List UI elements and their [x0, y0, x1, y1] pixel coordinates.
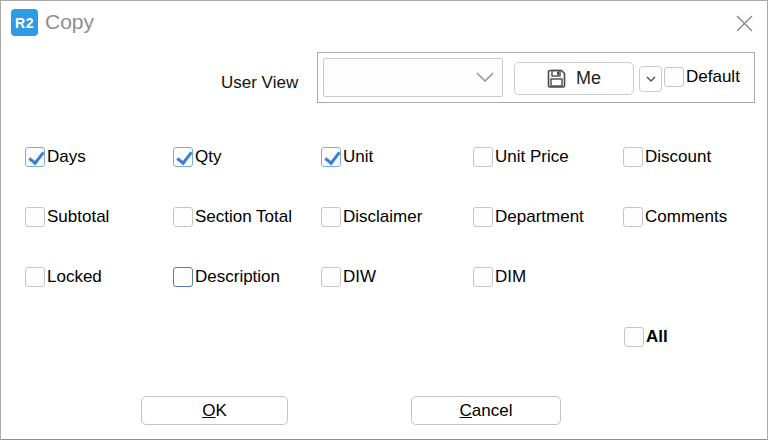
checkbox-item-unit: Unit: [321, 146, 373, 168]
checkbox-unit[interactable]: [321, 147, 341, 167]
checkbox-label-discount: Discount: [645, 147, 711, 167]
checkbox-item-description: Description: [173, 266, 280, 288]
default-checkbox-label: Default: [686, 67, 740, 87]
checkbox-item-comments: Comments: [623, 206, 727, 228]
user-view-group: Me Default: [317, 52, 755, 103]
chevron-down-icon: [476, 72, 494, 83]
save-floppy-icon: [547, 69, 566, 88]
checkbox-label-comments: Comments: [645, 207, 727, 227]
checkbox-item-dim: DIM: [473, 266, 526, 288]
r2-app-icon: R2: [11, 9, 38, 36]
default-checkbox-item: Default: [664, 67, 740, 87]
user-view-dropdown[interactable]: [323, 58, 503, 97]
checkbox-item-diw: DIW: [321, 266, 376, 288]
checkbox-label-section-total: Section Total: [195, 207, 292, 227]
checkbox-label-department: Department: [495, 207, 584, 227]
checkbox-label-unit-price: Unit Price: [495, 147, 569, 167]
checkbox-item-section-total: Section Total: [173, 206, 292, 228]
checkbox-dim[interactable]: [473, 267, 493, 287]
all-checkbox[interactable]: [624, 327, 644, 347]
cancel-button[interactable]: Cancel: [411, 396, 561, 425]
checkbox-label-locked: Locked: [47, 267, 102, 287]
checkbox-item-locked: Locked: [25, 266, 102, 288]
checkbox-section-total[interactable]: [173, 207, 193, 227]
save-me-button-label: Me: [576, 68, 601, 89]
checkbox-disclaimer[interactable]: [321, 207, 341, 227]
checkbox-description[interactable]: [173, 267, 193, 287]
checkbox-item-unit-price: Unit Price: [473, 146, 569, 168]
ok-button-label: OK: [202, 401, 227, 421]
checkbox-label-unit: Unit: [343, 147, 373, 167]
checkbox-item-qty: Qty: [173, 146, 221, 168]
checkbox-department[interactable]: [473, 207, 493, 227]
close-icon: [735, 14, 754, 33]
save-me-button[interactable]: Me: [514, 62, 634, 95]
checkbox-label-qty: Qty: [195, 147, 221, 167]
checkbox-discount[interactable]: [623, 147, 643, 167]
checkbox-label-subtotal: Subtotal: [47, 207, 109, 227]
checkbox-label-diw: DIW: [343, 267, 376, 287]
checkbox-days[interactable]: [25, 147, 45, 167]
checkbox-item-days: Days: [25, 146, 86, 168]
all-checkbox-item: All: [624, 326, 668, 348]
checkbox-qty[interactable]: [173, 147, 193, 167]
checkbox-item-department: Department: [473, 206, 584, 228]
checkbox-item-subtotal: Subtotal: [25, 206, 109, 228]
checkbox-diw[interactable]: [321, 267, 341, 287]
copy-dialog: R2 Copy User View: [0, 0, 768, 440]
default-checkbox[interactable]: [664, 67, 684, 87]
checkbox-unit-price[interactable]: [473, 147, 493, 167]
checkbox-label-dim: DIM: [495, 267, 526, 287]
user-view-label: User View: [221, 73, 298, 93]
cancel-button-label: Cancel: [460, 401, 513, 421]
checkbox-comments[interactable]: [623, 207, 643, 227]
checkbox-label-description: Description: [195, 267, 280, 287]
checkbox-locked[interactable]: [25, 267, 45, 287]
close-button[interactable]: [731, 10, 757, 36]
title-bar: R2 Copy: [1, 1, 767, 45]
all-checkbox-label: All: [646, 327, 668, 347]
checkbox-item-disclaimer: Disclaimer: [321, 206, 422, 228]
chevron-down-small-icon: [646, 76, 656, 83]
ok-button[interactable]: OK: [141, 396, 288, 425]
checkbox-subtotal[interactable]: [25, 207, 45, 227]
save-options-dropdown-button[interactable]: [639, 66, 662, 92]
dialog-title: Copy: [45, 10, 94, 34]
checkbox-item-discount: Discount: [623, 146, 711, 168]
checkbox-label-days: Days: [47, 147, 86, 167]
checkbox-label-disclaimer: Disclaimer: [343, 207, 422, 227]
